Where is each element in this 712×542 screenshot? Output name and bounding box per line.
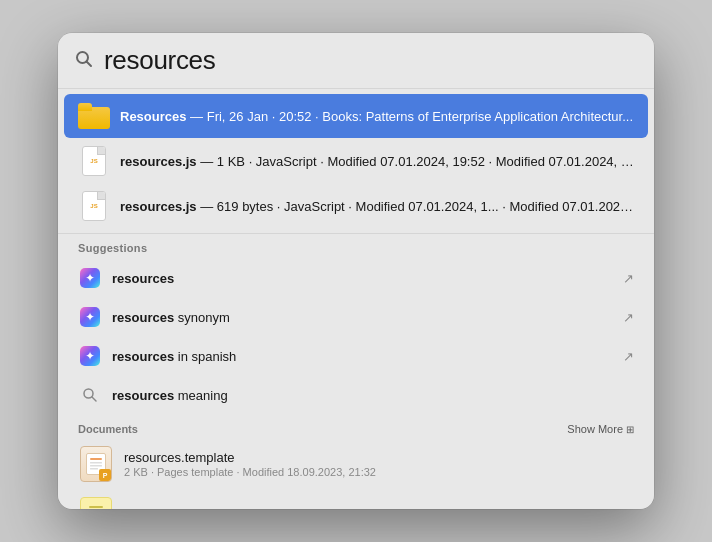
suggestion-text: resources meaning — [112, 388, 634, 403]
suggestion-row[interactable]: resources meaning — [64, 376, 648, 414]
note-icon — [78, 495, 114, 509]
suggestion-text: resources in spanish — [112, 349, 623, 364]
result-text: Resources — Fri, 26 Jan · 20:52 · Books:… — [120, 109, 634, 124]
folder-icon — [78, 100, 110, 132]
siri-suggestion-icon: ✦ — [78, 344, 102, 368]
svg-rect-8 — [89, 506, 103, 508]
suggestion-text: resources synonym — [112, 310, 623, 325]
suggestion-row[interactable]: ✦ resources in spanish ↗ — [64, 337, 648, 375]
suggestions-header: Suggestions — [58, 234, 654, 258]
top-results-section: Resources — Fri, 26 Jan · 20:52 · Books:… — [58, 89, 654, 234]
documents-section-header: Documents Show More ⊞ — [58, 415, 654, 439]
result-row[interactable]: JS resources.js — 619 bytes · JavaScript… — [64, 184, 648, 228]
result-row[interactable]: JS resources.js — 1 KB · JavaScript · Mo… — [64, 139, 648, 183]
document-title: resources.template — [124, 450, 634, 465]
siri-suggestion-icon: ✦ — [78, 305, 102, 329]
suggestion-text: resources — [112, 271, 623, 286]
document-title: Resources — things I will need to refer … — [124, 506, 634, 510]
svg-rect-5 — [90, 462, 102, 464]
spotlight-wrapper: resources Resources — Fri, 26 Jan · 20:5… — [58, 33, 654, 509]
result-title: resources.js — 1 KB · JavaScript · Modif… — [120, 154, 634, 169]
suggestions-section: Suggestions ✦ resources ↗ ✦ — [58, 234, 654, 414]
search-bar: resources — [58, 33, 654, 89]
result-text: resources.js — 619 bytes · JavaScript · … — [120, 199, 634, 214]
show-more-button[interactable]: Show More ⊞ — [567, 423, 634, 435]
documents-section: Documents Show More ⊞ — [58, 415, 654, 509]
svg-rect-4 — [90, 458, 102, 460]
arrow-icon: ↗ — [623, 349, 634, 364]
pages-template-icon: P — [78, 446, 114, 482]
svg-rect-7 — [90, 468, 98, 470]
result-title: resources.js — 619 bytes · JavaScript · … — [120, 199, 634, 214]
document-text: resources.template 2 KB · Pages template… — [124, 450, 634, 478]
result-row[interactable]: Resources — Fri, 26 Jan · 20:52 · Books:… — [64, 94, 648, 138]
document-text: Resources — things I will need to refer … — [124, 506, 634, 510]
document-row[interactable]: P resources.template 2 KB · Pages templa… — [64, 440, 648, 488]
suggestion-row[interactable]: ✦ resources ↗ — [64, 259, 648, 297]
result-text: resources.js — 1 KB · JavaScript · Modif… — [120, 154, 634, 169]
file-icon: JS — [78, 145, 110, 177]
file-icon: JS — [78, 190, 110, 222]
siri-suggestion-icon: ✦ — [78, 266, 102, 290]
show-more-icon: ⊞ — [626, 424, 634, 435]
arrow-icon: ↗ — [623, 271, 634, 286]
search-query[interactable]: resources — [104, 45, 215, 76]
suggestion-row[interactable]: ✦ resources synonym ↗ — [64, 298, 648, 336]
document-row[interactable]: Resources — things I will need to refer … — [64, 489, 648, 509]
arrow-icon: ↗ — [623, 310, 634, 325]
search-suggestion-icon — [78, 383, 102, 407]
results-scroll[interactable]: Resources — Fri, 26 Jan · 20:52 · Books:… — [58, 89, 654, 509]
svg-line-3 — [92, 397, 96, 401]
search-icon — [74, 49, 94, 72]
result-title: Resources — Fri, 26 Jan · 20:52 · Books:… — [120, 109, 634, 124]
svg-line-1 — [87, 62, 92, 67]
documents-label: Documents — [78, 423, 138, 435]
document-subtitle: 2 KB · Pages template · Modified 18.09.2… — [124, 466, 634, 478]
spotlight-panel: resources Resources — Fri, 26 Jan · 20:5… — [58, 33, 654, 509]
svg-rect-6 — [90, 465, 102, 467]
